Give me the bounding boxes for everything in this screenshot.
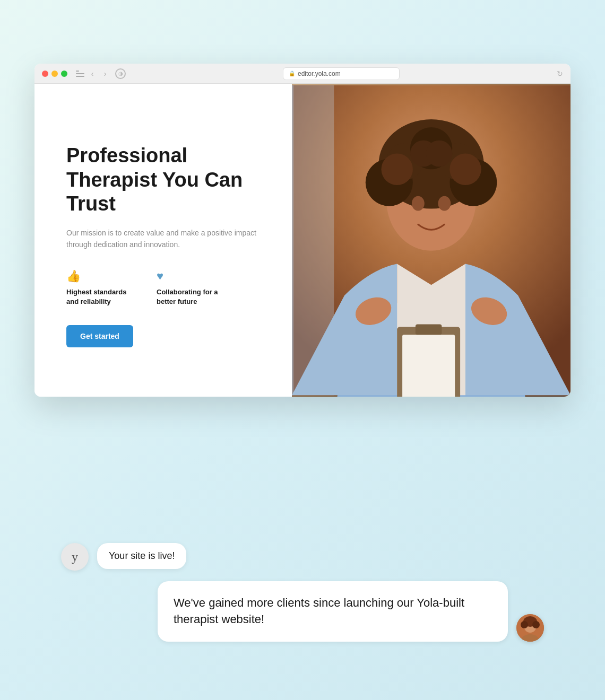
hero-photo [292,84,571,397]
svg-rect-22 [416,325,442,335]
url-text: editor.yola.com [298,70,341,77]
website-content: Professional Therapist You Can Trust Our… [34,84,571,397]
svg-point-13 [450,153,481,185]
feature-label-2: Collaborating for a better future [157,287,226,307]
feature-label-1: Highest standards and reliability [66,287,135,307]
browser-window: ‹ › ◑ 🔒 editor.yola.com ↻ Professional T… [34,64,571,397]
svg-rect-21 [402,335,455,397]
svg-point-12 [381,153,412,185]
heart-icon: ♥ [157,269,226,283]
reload-icon[interactable]: ↻ [557,69,563,78]
address-bar-container: 🔒 editor.yola.com [131,67,551,80]
chat-live-text: Your site is live! [109,550,175,561]
brightness-icon: ◑ [115,68,126,79]
user-avatar-image [516,614,544,642]
chat-message-row-1: y Your site is live! [61,543,544,571]
chat-section: y Your site is live! We've gained more c… [34,527,571,658]
svg-point-15 [426,141,452,167]
svg-rect-3 [292,85,293,396]
feature-item-2: ♥ Collaborating for a better future [157,269,226,307]
get-started-button[interactable]: Get started [66,325,133,347]
address-bar[interactable]: 🔒 editor.yola.com [283,67,400,80]
features-row: 👍 Highest standards and reliability ♥ Co… [66,269,265,307]
svg-point-16 [412,196,425,211]
chat-bubble-testimonial: We've gained more clients since launchin… [158,581,508,642]
hero-left-panel: Professional Therapist You Can Trust Our… [34,84,292,397]
user-avatar [516,614,544,642]
yola-avatar: y [61,543,89,571]
close-button[interactable] [42,71,48,77]
minimize-button[interactable] [51,71,58,77]
hero-right-panel [292,84,571,397]
maximize-button[interactable] [61,71,67,77]
lock-icon: 🔒 [289,71,295,76]
chat-testimonial-text: We've gained more clients since launchin… [174,596,464,626]
feature-item-1: 👍 Highest standards and reliability [66,269,135,307]
thumbs-up-icon: 👍 [66,269,135,283]
back-button[interactable]: ‹ [88,69,97,78]
svg-point-17 [438,196,451,211]
traffic-lights [42,71,67,77]
browser-controls: ‹ › [76,69,110,78]
svg-point-27 [532,621,540,628]
chat-bubble-live: Your site is live! [97,543,186,569]
forward-button[interactable]: › [100,69,110,78]
sidebar-toggle-icon[interactable] [76,71,84,77]
svg-point-26 [521,621,528,628]
browser-chrome: ‹ › ◑ 🔒 editor.yola.com ↻ [34,64,571,84]
hero-description: Our mission is to create value and make … [66,227,265,251]
hero-title: Professional Therapist You Can Trust [66,144,265,216]
chat-message-row-2: We've gained more clients since launchin… [61,581,544,642]
